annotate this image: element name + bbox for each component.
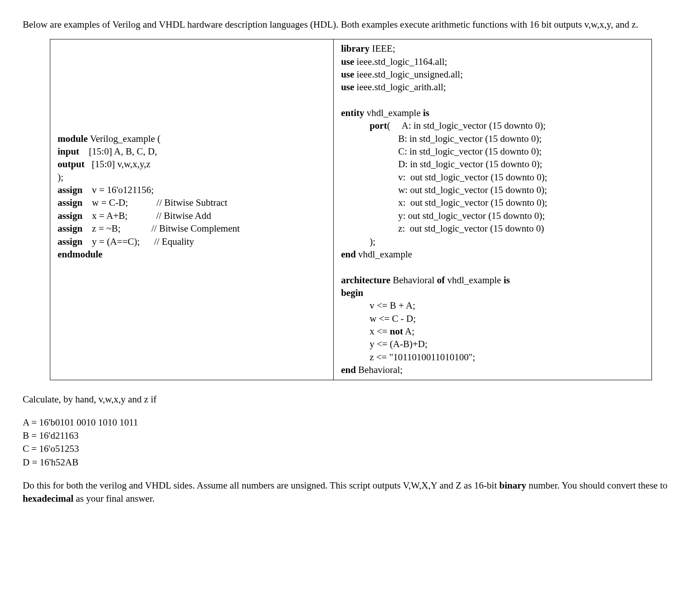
kw-input: input — [58, 146, 79, 157]
text: ieee.std_logic_unsigned.all; — [354, 69, 463, 80]
value-a: A = 16'b0101 0010 1010 1011 — [23, 416, 677, 429]
text: vhdl_example — [364, 107, 423, 118]
text: x = A+B; // Bitwise Add — [83, 210, 211, 221]
kw-output: output — [58, 159, 85, 169]
kw-module: module — [58, 133, 88, 144]
text: vhdl_example — [445, 275, 503, 286]
text: v <= B + A; — [341, 300, 415, 311]
kw-not: not — [390, 326, 403, 337]
kw-entity: entity — [341, 107, 364, 118]
text: z: out std_logic_vector (15 downto 0) — [341, 223, 544, 234]
text: Behavioral; — [356, 364, 403, 375]
kw-assign: assign — [58, 210, 83, 221]
bold-hex: hexadecimal — [23, 493, 73, 504]
bold-binary: binary — [499, 480, 526, 491]
text: y <= (A-B)+D; — [341, 339, 428, 349]
text: IEEE; — [369, 43, 395, 54]
kw-is: is — [423, 107, 429, 118]
text: [15:0] A, B, C, D, — [79, 146, 157, 157]
kw-library: library — [341, 43, 369, 54]
text: v = 16'o121156; — [83, 184, 154, 195]
text: B: in std_logic_vector (15 downto 0); — [341, 133, 542, 144]
kw-end: end — [341, 249, 356, 260]
kw-begin: begin — [341, 287, 363, 298]
kw-use: use — [341, 69, 354, 80]
text: w: out std_logic_vector (15 downto 0); — [341, 184, 547, 195]
text: vhdl_example — [356, 249, 412, 260]
kw-assign: assign — [58, 223, 83, 234]
verilog-cell: module Verilog_example ( input [15:0] A,… — [50, 39, 334, 380]
text: ); — [341, 236, 375, 247]
text: ieee.std_logic_arith.all; — [354, 82, 446, 92]
kw-port: port — [369, 120, 387, 131]
value-b: B = 16'd21163 — [23, 429, 677, 442]
text — [341, 120, 369, 131]
input-values: A = 16'b0101 0010 1010 1011 B = 16'd2116… — [23, 416, 677, 470]
text: Do this for both the verilog and VHDL si… — [23, 480, 499, 491]
kw-assign: assign — [58, 197, 83, 208]
text: z <= "1011010011010100"; — [341, 352, 475, 363]
value-c: C = 16'o51253 — [23, 442, 677, 455]
text: C: in std_logic_vector (15 downto 0); — [341, 146, 542, 157]
text: w <= C - D; — [341, 313, 416, 324]
text: y: out std_logic_vector (15 downto 0); — [341, 210, 545, 221]
text: x: out std_logic_vector (15 downto 0); — [341, 197, 547, 208]
kw-assign: assign — [58, 236, 83, 247]
kw-use: use — [341, 56, 354, 67]
kw-endmodule: endmodule — [58, 249, 102, 260]
text: w = C-D; // Bitwise Subtract — [83, 197, 228, 208]
kw-use: use — [341, 82, 354, 92]
text: ); — [58, 172, 63, 183]
kw-assign: assign — [58, 184, 83, 195]
text: v: out std_logic_vector (15 downto 0); — [341, 172, 547, 183]
vhdl-cell: library IEEE; use ieee.std_logic_1164.al… — [334, 39, 652, 380]
text: ( A: in std_logic_vector (15 downto 0); — [387, 120, 546, 131]
text: y = (A==C); // Equality — [83, 236, 194, 247]
vhdl-code: library IEEE; use ieee.std_logic_1164.al… — [341, 42, 646, 376]
text: Behavioral — [390, 275, 437, 286]
kw-of: of — [437, 275, 445, 286]
kw-architecture: architecture — [341, 275, 390, 286]
value-d: D = 16'h52AB — [23, 456, 677, 469]
text: ieee.std_logic_1164.all; — [354, 56, 447, 67]
intro-text: Below are examples of Verilog and VHDL h… — [23, 18, 677, 31]
text: as your final answer. — [73, 493, 155, 504]
text: number. You should convert these to — [526, 480, 667, 491]
kw-is: is — [504, 275, 510, 286]
question-line: Calculate, by hand, v,w,x,y and z if — [23, 393, 677, 406]
text: D: in std_logic_vector (15 downto 0); — [341, 159, 542, 169]
final-instruction: Do this for both the verilog and VHDL si… — [23, 479, 677, 505]
kw-end: end — [341, 364, 356, 375]
code-table: module Verilog_example ( input [15:0] A,… — [50, 39, 652, 380]
text: x <= — [341, 326, 390, 337]
text: [15:0] v,w,x,y,z — [85, 159, 151, 169]
text: Verilog_example ( — [88, 133, 161, 144]
verilog-code: module Verilog_example ( input [15:0] A,… — [58, 42, 328, 261]
text: z = ~B; // Bitwise Complement — [83, 223, 240, 234]
text: A; — [403, 326, 414, 337]
